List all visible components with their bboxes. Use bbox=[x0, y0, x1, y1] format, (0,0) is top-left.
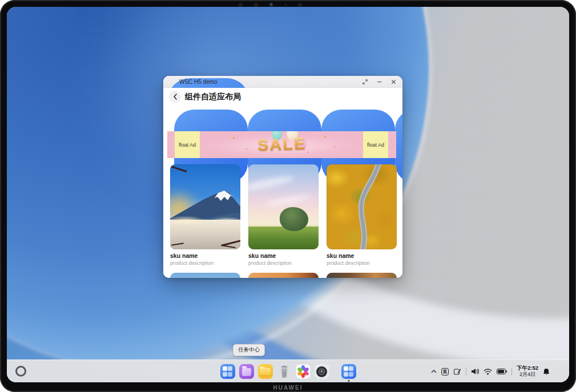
chevron-up-icon bbox=[431, 370, 437, 373]
stylus-icon[interactable] bbox=[453, 367, 461, 375]
product-sku-name: sku name bbox=[248, 252, 319, 259]
camera-sensor-array bbox=[239, 2, 324, 7]
notification-bell-icon[interactable] bbox=[543, 368, 550, 375]
sensor-dot bbox=[298, 3, 302, 7]
product-card[interactable]: sku name product description bbox=[170, 164, 240, 266]
product-description: product description bbox=[248, 260, 319, 266]
task-center-icon[interactable] bbox=[239, 364, 254, 379]
page-title: 组件自适应布局 bbox=[185, 92, 241, 102]
minimize-button[interactable] bbox=[376, 79, 382, 86]
product-card[interactable]: sku name product description bbox=[248, 164, 319, 266]
tray-expand-button[interactable] bbox=[431, 370, 437, 373]
app-window: WSC H5 demo bbox=[163, 76, 402, 278]
window-title: WSC H5 demo bbox=[179, 76, 217, 88]
product-sku-name: sku name bbox=[327, 252, 397, 259]
brand-logo: HUAWEI bbox=[0, 385, 576, 391]
device-bezel: WSC H5 demo bbox=[0, 0, 576, 392]
sensor-dot bbox=[239, 3, 243, 7]
sensor-dot bbox=[285, 4, 287, 6]
gallery-icon[interactable] bbox=[296, 364, 311, 379]
dock bbox=[220, 364, 356, 381]
product-image-tree-meadow bbox=[248, 164, 319, 249]
clock[interactable]: 下午2:52 2月4日 bbox=[517, 365, 538, 377]
sensor-dot bbox=[254, 3, 258, 7]
product-grid: sku name product description s bbox=[170, 164, 397, 266]
product-image-mount-fuji bbox=[170, 164, 240, 249]
screen: WSC H5 demo bbox=[7, 7, 569, 382]
date-label: 2月4日 bbox=[519, 371, 535, 377]
back-button[interactable] bbox=[169, 91, 181, 103]
app-grid-icon bbox=[341, 364, 356, 379]
product-image-partial[interactable] bbox=[327, 273, 397, 278]
running-indicator bbox=[348, 380, 349, 382]
input-method-icon[interactable]: 英 bbox=[441, 368, 449, 375]
device-frame: WSC H5 demo bbox=[0, 0, 576, 392]
product-card[interactable]: sku name product description bbox=[327, 164, 397, 266]
product-image-partial[interactable] bbox=[170, 273, 240, 278]
product-image-autumn-road bbox=[327, 164, 397, 249]
trash-icon[interactable] bbox=[277, 364, 292, 379]
home-button[interactable] bbox=[15, 366, 26, 377]
sale-text: SALE bbox=[257, 135, 306, 155]
emblem-app-icon[interactable] bbox=[315, 364, 329, 379]
dock-tooltip: 任务中心 bbox=[233, 344, 265, 356]
system-tray: 英 bbox=[431, 360, 550, 382]
camera-icon bbox=[269, 3, 273, 7]
files-folder-icon[interactable] bbox=[258, 364, 273, 379]
close-button[interactable] bbox=[390, 79, 397, 86]
sale-banner-image: SALE bbox=[200, 131, 363, 158]
back-chevron-icon bbox=[173, 94, 178, 100]
window-content: 组件自适应布局 bbox=[163, 88, 402, 278]
product-description: product description bbox=[327, 260, 397, 266]
product-grid-row-2 bbox=[170, 273, 397, 278]
fullscreen-toggle-button[interactable] bbox=[361, 79, 368, 86]
float-ad-left[interactable]: float Ad bbox=[175, 131, 200, 158]
app-grid-icon bbox=[220, 364, 235, 379]
product-sku-name: sku name bbox=[170, 252, 240, 259]
app-launcher-icon[interactable] bbox=[220, 364, 235, 379]
float-ad-right[interactable]: float Ad bbox=[363, 131, 388, 158]
volume-icon[interactable] bbox=[471, 368, 479, 375]
app-grid-icon-row bbox=[174, 110, 390, 125]
wifi-icon[interactable] bbox=[484, 369, 492, 375]
product-image-partial[interactable] bbox=[248, 273, 319, 278]
product-description: product description bbox=[170, 260, 240, 266]
window-titlebar[interactable]: WSC H5 demo bbox=[163, 76, 402, 88]
sale-banner[interactable]: SALE float Ad float Ad bbox=[167, 131, 396, 158]
battery-icon[interactable] bbox=[497, 369, 507, 374]
wsc-demo-app-icon[interactable] bbox=[341, 364, 356, 379]
taskbar: 英 bbox=[7, 359, 569, 382]
time-label: 下午2:52 bbox=[517, 365, 538, 371]
